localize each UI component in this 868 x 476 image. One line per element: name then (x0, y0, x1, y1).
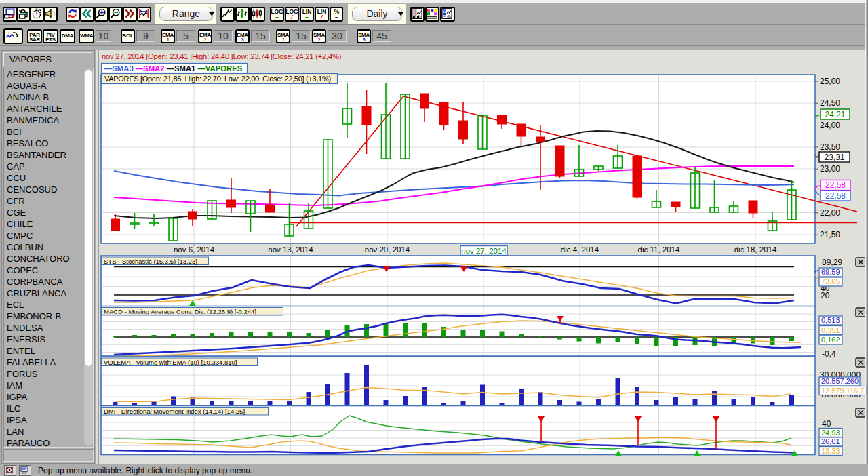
svg-text:VOLEMA - Volume with EMA (10): VOLEMA - Volume with EMA (10) [10.334.81… (104, 359, 237, 366)
svg-text:20.557.260: 20.557.260 (821, 377, 859, 385)
svg-text:nov 20, 2014: nov 20, 2014 (365, 245, 410, 254)
svg-text:0,351: 0,351 (821, 326, 840, 334)
svg-text:24,21: 24,21 (825, 110, 845, 119)
svg-text:VAPORES [Open: 21,85 High: 22: VAPORES [Open: 21,85 High: 22,70 Low: 22… (104, 75, 331, 83)
svg-text:nov 27, 2014 |Open: 23,41 |Hig: nov 27, 2014 |Open: 23,41 |High: 24,40 |… (102, 52, 342, 60)
svg-text:23,31: 23,31 (824, 153, 844, 162)
svg-text:0,513: 0,513 (821, 316, 840, 324)
svg-text:69,59: 69,59 (821, 268, 840, 276)
svg-text:dic 11, 2014: dic 11, 2014 (638, 245, 680, 254)
svg-text:nov 13, 2014: nov 13, 2014 (268, 245, 313, 254)
svg-text:23,50: 23,50 (820, 142, 840, 152)
svg-text:24,93: 24,93 (821, 429, 840, 437)
svg-text:DMI - Directional Movement Ind: DMI - Directional Movement Index (14,14)… (104, 408, 245, 415)
svg-text:-0,4: -0,4 (822, 349, 836, 359)
svg-text:13,33: 13,33 (821, 447, 840, 455)
svg-text:89,29: 89,29 (822, 258, 842, 267)
svg-text:73,65: 73,65 (821, 277, 840, 285)
svg-text:12.579.116,7: 12.579.116,7 (821, 386, 864, 395)
svg-text:22,58: 22,58 (825, 191, 846, 201)
svg-text:nov 6, 2014: nov 6, 2014 (174, 245, 215, 254)
svg-text:22,58: 22,58 (825, 180, 846, 190)
svg-text:—SMA3 —SMA2 —SMA1 —VAPORES: —SMA3 —SMA2 —SMA1 —VAPORES (104, 64, 243, 73)
svg-text:nov 27, 2014: nov 27, 2014 (461, 247, 507, 255)
svg-text:22,00: 22,00 (820, 208, 840, 218)
svg-text:0,162: 0,162 (821, 336, 840, 344)
svg-text:40: 40 (822, 419, 831, 429)
svg-text:24,00: 24,00 (820, 121, 840, 130)
svg-text:25,00: 25,00 (820, 77, 840, 86)
svg-text:20: 20 (821, 291, 830, 300)
svg-text:26,01: 26,01 (821, 437, 840, 445)
svg-text:21,50: 21,50 (820, 230, 840, 239)
svg-text:23,00: 23,00 (820, 164, 840, 174)
svg-text:dic 4, 2014: dic 4, 2014 (561, 245, 599, 254)
svg-text:24,50: 24,50 (820, 98, 840, 108)
svg-text:dic 18, 2014: dic 18, 2014 (734, 245, 777, 254)
svg-text:STS - Stochastic (15,3,5) [13,: STS - Stochastic (15,3,5) [13,23] (104, 258, 197, 265)
